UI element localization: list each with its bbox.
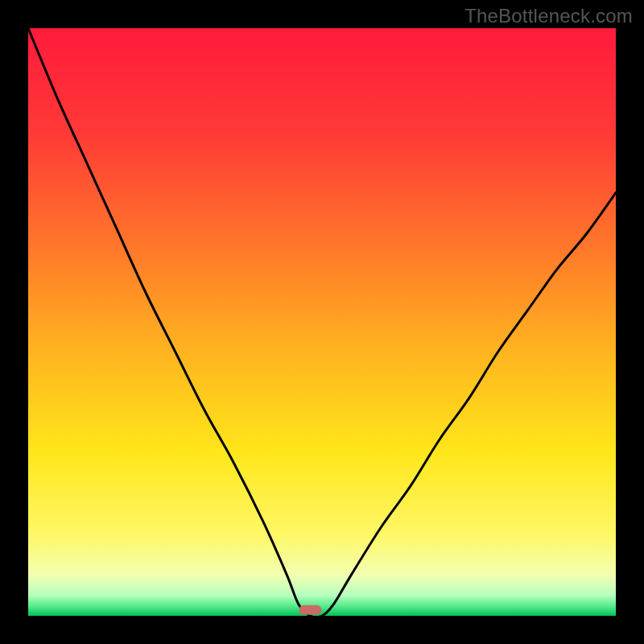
plot-area xyxy=(28,28,616,616)
gradient-background xyxy=(28,28,616,616)
chart-frame: TheBottleneck.com xyxy=(0,0,644,644)
marker-group xyxy=(299,605,321,615)
watermark-text: TheBottleneck.com xyxy=(464,5,633,27)
bottleneck-chart xyxy=(28,28,616,616)
optimum-marker xyxy=(299,605,321,615)
